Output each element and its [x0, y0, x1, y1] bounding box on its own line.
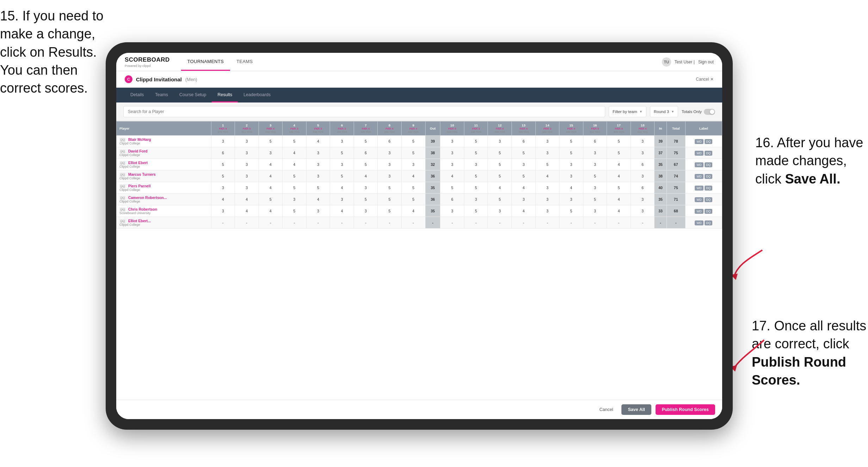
score-h2[interactable]: 3	[235, 159, 259, 170]
score-h14[interactable]: 3	[535, 136, 559, 147]
score-h9[interactable]: 5	[402, 136, 426, 147]
score-h14[interactable]: -	[535, 217, 559, 229]
score-h11[interactable]: 3	[464, 194, 488, 205]
score-h4[interactable]: 5	[283, 170, 306, 182]
score-h5[interactable]: -	[306, 217, 330, 229]
score-h18[interactable]: 6	[631, 182, 655, 194]
score-h11[interactable]: 5	[464, 136, 488, 147]
wd-button[interactable]: WD	[695, 209, 703, 214]
score-h6[interactable]: 3	[330, 194, 354, 205]
score-h4[interactable]: -	[283, 217, 306, 229]
wd-button[interactable]: WD	[695, 162, 703, 167]
score-h16[interactable]: 3	[583, 147, 607, 159]
score-h6[interactable]: 4	[330, 205, 354, 217]
score-h4[interactable]: 5	[283, 182, 306, 194]
score-h10[interactable]: 6	[440, 194, 464, 205]
score-h1[interactable]: 3	[211, 136, 235, 147]
wd-button[interactable]: WD	[695, 197, 703, 202]
save-all-button[interactable]: Save All	[621, 404, 651, 415]
score-h5[interactable]: 3	[306, 170, 330, 182]
score-h12[interactable]: 3	[488, 136, 512, 147]
score-h6[interactable]: 5	[330, 170, 354, 182]
tab-leaderboards[interactable]: Leaderboards	[238, 88, 276, 102]
filter-team-dropdown[interactable]: Filter by team ▼	[609, 106, 646, 117]
wd-button[interactable]: WD	[695, 220, 703, 225]
wd-button[interactable]: WD	[695, 174, 703, 179]
score-h9[interactable]: 5	[402, 147, 426, 159]
score-h18[interactable]: 3	[631, 205, 655, 217]
score-h5[interactable]: 4	[306, 136, 330, 147]
score-h3[interactable]: 5	[259, 136, 283, 147]
score-h7[interactable]: 3	[354, 205, 378, 217]
score-h10[interactable]: 3	[440, 205, 464, 217]
score-h17[interactable]: 4	[607, 205, 631, 217]
score-h7[interactable]: 5	[354, 194, 378, 205]
score-h11[interactable]: 5	[464, 205, 488, 217]
score-h14[interactable]: 3	[535, 194, 559, 205]
score-h15[interactable]: 3	[559, 170, 583, 182]
score-h7[interactable]: 5	[354, 136, 378, 147]
score-h18[interactable]: 3	[631, 147, 655, 159]
score-h3[interactable]: 4	[259, 159, 283, 170]
score-h2[interactable]: 3	[235, 170, 259, 182]
score-h12[interactable]: 5	[488, 194, 512, 205]
score-h6[interactable]: 4	[330, 182, 354, 194]
wd-button[interactable]: WD	[695, 151, 703, 156]
tab-results[interactable]: Results	[212, 88, 238, 102]
dq-button[interactable]: DQ	[705, 162, 713, 167]
score-h12[interactable]: 3	[488, 205, 512, 217]
score-h13[interactable]: 4	[512, 182, 536, 194]
score-h12[interactable]: 5	[488, 147, 512, 159]
score-h17[interactable]: 5	[607, 147, 631, 159]
nav-link-tournaments[interactable]: TOURNAMENTS	[181, 53, 230, 71]
score-h9[interactable]: 3	[402, 159, 426, 170]
score-h16[interactable]: 5	[583, 170, 607, 182]
score-h10[interactable]: 3	[440, 159, 464, 170]
cancel-button[interactable]: Cancel	[595, 405, 618, 414]
score-h16[interactable]: 3	[583, 205, 607, 217]
score-h16[interactable]: 6	[583, 136, 607, 147]
score-h3[interactable]: 4	[259, 170, 283, 182]
score-h11[interactable]: 5	[464, 182, 488, 194]
score-h15[interactable]: 3	[559, 194, 583, 205]
search-input[interactable]	[123, 106, 605, 117]
score-h8[interactable]: -	[378, 217, 402, 229]
dq-button[interactable]: DQ	[705, 174, 713, 179]
score-h8[interactable]: 3	[378, 147, 402, 159]
cancel-tournament-button[interactable]: Cancel ✕	[696, 77, 714, 82]
score-h15[interactable]: 5	[559, 136, 583, 147]
score-h10[interactable]: -	[440, 217, 464, 229]
score-h4[interactable]: 5	[283, 205, 306, 217]
tab-teams[interactable]: Teams	[149, 88, 174, 102]
score-h1[interactable]: 3	[211, 182, 235, 194]
score-h2[interactable]: 4	[235, 194, 259, 205]
score-h1[interactable]: 5	[211, 170, 235, 182]
score-h1[interactable]: 5	[211, 159, 235, 170]
score-h10[interactable]: 5	[440, 182, 464, 194]
score-h13[interactable]: 5	[512, 170, 536, 182]
dq-button[interactable]: DQ	[705, 139, 713, 144]
score-h6[interactable]: 5	[330, 147, 354, 159]
sign-out-link[interactable]: Sign out	[698, 60, 714, 64]
score-h2[interactable]: 4	[235, 205, 259, 217]
score-h17[interactable]: 5	[607, 182, 631, 194]
score-h15[interactable]: 3	[559, 159, 583, 170]
score-h8[interactable]: 5	[378, 182, 402, 194]
score-h16[interactable]: 5	[583, 194, 607, 205]
score-h18[interactable]: 3	[631, 136, 655, 147]
score-h12[interactable]: -	[488, 217, 512, 229]
score-h7[interactable]: 4	[354, 170, 378, 182]
score-h17[interactable]: 5	[607, 136, 631, 147]
score-h15[interactable]: 5	[559, 205, 583, 217]
score-h18[interactable]: -	[631, 217, 655, 229]
dq-button[interactable]: DQ	[705, 151, 713, 156]
score-h1[interactable]: 6	[211, 147, 235, 159]
score-h17[interactable]: 4	[607, 170, 631, 182]
score-h1[interactable]: -	[211, 217, 235, 229]
score-h13[interactable]: 5	[512, 147, 536, 159]
score-h9[interactable]: 5	[402, 182, 426, 194]
score-h16[interactable]: 3	[583, 159, 607, 170]
score-h8[interactable]: 3	[378, 170, 402, 182]
score-h9[interactable]: 5	[402, 194, 426, 205]
score-h6[interactable]: 3	[330, 136, 354, 147]
